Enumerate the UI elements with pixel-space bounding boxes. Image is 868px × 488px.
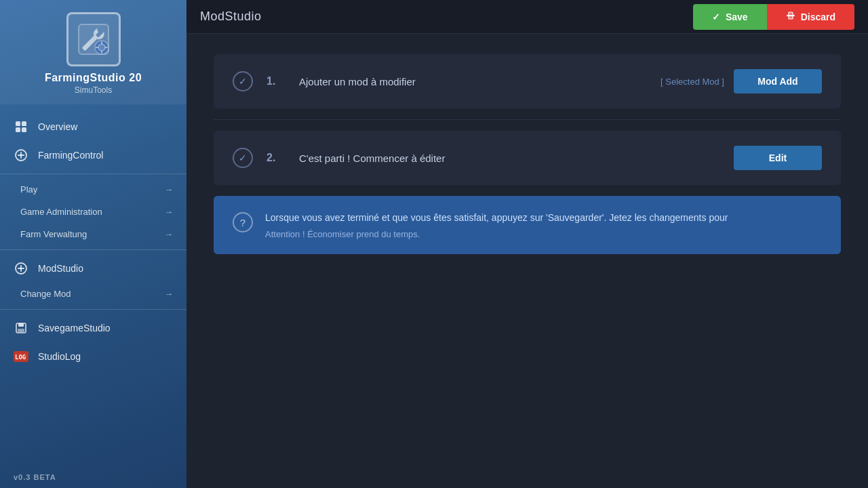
nav-divider-2 [0, 249, 186, 250]
farm-verwaltung-arrow-icon: → [164, 229, 173, 239]
log-icon: LOG [14, 349, 28, 364]
step-2-number: 2. [267, 152, 285, 164]
svg-rect-8 [22, 121, 26, 126]
svg-rect-4 [101, 51, 102, 54]
svg-rect-3 [101, 41, 102, 44]
main-content: ModStudio ✓ Save Discard ✓ 1. Ajo [186, 0, 868, 488]
step-2-label: C'est parti ! Commencer à éditer [299, 152, 720, 164]
page-title: ModStudio [200, 9, 262, 24]
sidebar-item-savegamestudio-label: SavegameStudio [38, 323, 173, 333]
sidebar-item-farm-verwaltung-label: Farm Verwaltung [20, 229, 157, 239]
app-logo [66, 12, 121, 66]
svg-point-2 [98, 44, 105, 51]
sidebar-item-game-administration[interactable]: Game Administration → [0, 201, 186, 223]
save-label: Save [726, 12, 748, 22]
step-2-card: ✓ 2. C'est parti ! Commencer à éditer Ed… [214, 131, 841, 185]
topbar: ModStudio ✓ Save Discard [186, 0, 868, 34]
step-2-actions: Edit [734, 146, 822, 170]
svg-rect-19 [18, 329, 24, 332]
info-sub-text: Attention ! Économiser prend du temps. [265, 229, 822, 239]
svg-rect-18 [18, 323, 24, 327]
sidebar-item-studiolog-label: StudioLog [38, 351, 173, 362]
discard-icon [786, 11, 795, 22]
sidebar-item-farmingcontrol-label: FarmingControl [38, 150, 173, 161]
info-box: ? Lorsque vous avez terminé et que vous … [214, 196, 841, 254]
svg-rect-10 [22, 127, 26, 132]
plus-circle-icon [14, 148, 28, 163]
svg-rect-5 [96, 47, 98, 48]
step-1-check-icon: ✓ [233, 71, 253, 92]
step-2-check-icon: ✓ [233, 148, 253, 168]
svg-rect-7 [16, 121, 20, 126]
sidebar-item-savegamestudio[interactable]: SavegameStudio [0, 314, 186, 342]
grid-icon [14, 119, 28, 134]
sidebar-item-modstudio[interactable]: ModStudio [0, 254, 186, 283]
sidebar-item-farmingcontrol[interactable]: FarmingControl [0, 141, 186, 169]
play-arrow-icon: → [164, 184, 173, 195]
info-question-icon: ? [233, 212, 253, 232]
step-1-number: 1. [267, 75, 285, 87]
step-divider-1 [214, 119, 841, 120]
content-area: ✓ 1. Ajouter un mod à modifier [ Selecte… [186, 34, 868, 488]
info-text-area: Lorsque vous avez terminé et que vous êt… [265, 211, 822, 239]
nav-divider-3 [0, 309, 186, 310]
svg-rect-9 [16, 127, 20, 132]
step-1-card: ✓ 1. Ajouter un mod à modifier [ Selecte… [214, 54, 841, 108]
selected-mod-tag: [ Selected Mod ] [660, 77, 724, 87]
discard-button[interactable]: Discard [767, 4, 854, 30]
app-name: FarmingStudio 20 [45, 72, 142, 84]
sidebar-item-change-mod-label: Change Mod [20, 289, 157, 299]
savegame-icon [14, 321, 28, 336]
discard-label: Discard [801, 12, 835, 22]
modstudio-plus-icon [14, 261, 28, 276]
svg-rect-23 [789, 12, 793, 19]
sidebar-item-change-mod[interactable]: Change Mod → [0, 283, 186, 305]
logo-area: FarmingStudio 20 SimuTools [0, 0, 186, 104]
sidebar: FarmingStudio 20 SimuTools Overview [0, 0, 186, 488]
sidebar-item-modstudio-label: ModStudio [38, 263, 173, 274]
step-1-actions: [ Selected Mod ] Mod Add [660, 69, 822, 94]
svg-text:LOG: LOG [15, 354, 26, 361]
mod-add-button[interactable]: Mod Add [734, 69, 822, 94]
step-1-label: Ajouter un mod à modifier [299, 76, 647, 87]
save-check-icon: ✓ [712, 12, 720, 22]
game-admin-arrow-icon: → [164, 207, 173, 217]
change-mod-arrow-icon: → [164, 289, 173, 299]
info-main-text: Lorsque vous avez terminé et que vous êt… [265, 211, 822, 225]
sidebar-item-overview[interactable]: Overview [0, 113, 186, 141]
sidebar-item-farm-verwaltung[interactable]: Farm Verwaltung → [0, 223, 186, 245]
save-button[interactable]: ✓ Save [693, 4, 767, 30]
sidebar-navigation: Overview FarmingControl Play → Game Admi… [0, 104, 186, 466]
edit-button[interactable]: Edit [734, 146, 822, 170]
sidebar-item-play-label: Play [20, 184, 157, 195]
app-subname: SimuTools [75, 85, 112, 95]
topbar-actions: ✓ Save Discard [693, 4, 854, 30]
version-label: v0.3 BETA [0, 466, 186, 488]
sidebar-item-play[interactable]: Play → [0, 178, 186, 201]
svg-rect-6 [105, 47, 108, 48]
sidebar-item-studiolog[interactable]: LOG StudioLog [0, 342, 186, 371]
nav-divider-1 [0, 174, 186, 174]
sidebar-item-overview-label: Overview [38, 121, 173, 132]
sidebar-item-game-admin-label: Game Administration [20, 207, 157, 217]
